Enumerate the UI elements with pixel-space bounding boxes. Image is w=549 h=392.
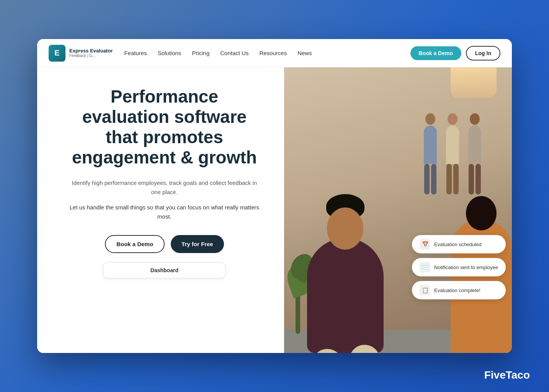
hero-title: Performance evaluation software that pro… [68,87,261,168]
nav-links: Features Solutions Pricing Contact Us Re… [124,50,410,56]
dashboard-pill[interactable]: Dashboard [103,262,225,278]
login-button[interactable]: Log In [466,46,500,60]
man-seated [307,238,384,353]
hero-right: 📅 Evaluation scheduled ✉️ Notification s… [284,67,512,353]
nav-link-solutions[interactable]: Solutions [158,50,181,56]
nav-link-pricing[interactable]: Pricing [192,50,209,56]
hero-left: Performance evaluation software that pro… [37,67,284,353]
fivetaco-label: FiveTaco [484,369,530,381]
notif-card-1: 📅 Evaluation scheduled [412,235,506,253]
email-icon: ✉️ [420,262,430,273]
bg-person-2 [446,113,459,194]
notif-text-1: Evaluation scheduled [434,242,482,247]
nav-actions: Book a Demo Log In [410,46,500,60]
hero-subtitle2: Let us handle the small things so that y… [68,203,261,221]
background-people [424,113,481,194]
book-demo-button-hero[interactable]: Book a Demo [105,235,165,253]
browser-window: E Express Evaluator Feedback | G... Feat… [37,39,512,353]
hero-subtitle1: Identify high performance employees, tra… [68,178,261,197]
notif-text-3: Evaluation complete! [434,287,480,293]
navbar: E Express Evaluator Feedback | G... Feat… [37,39,512,67]
book-demo-button-nav[interactable]: Book a Demo [410,46,461,60]
checklist-icon: 📋 [420,285,430,296]
notif-card-2: ✉️ Notification sent to employee [412,258,506,276]
window-light [451,67,497,98]
try-free-button[interactable]: Try for Free [171,235,224,253]
scene-wrapper: 📅 Evaluation scheduled ✉️ Notification s… [284,67,512,353]
notif-text-2: Notification sent to employee [434,265,498,270]
nav-link-contact[interactable]: Contact Us [220,50,248,56]
brand-name: Express Evaluator [69,48,113,54]
logo-text: Express Evaluator Feedback | G... [69,48,113,59]
logo-area[interactable]: E Express Evaluator Feedback | G... [49,45,113,62]
fivetaco-branding: FiveTaco [484,369,530,381]
brand-sub: Feedback | G... [69,54,113,58]
hero-buttons: Book a Demo Try for Free [68,235,261,253]
nav-link-resources[interactable]: Resources [259,50,287,56]
nav-link-features[interactable]: Features [124,50,147,56]
logo-icon: E [49,45,65,62]
calendar-icon: 📅 [420,239,430,250]
nav-link-news[interactable]: News [297,50,312,56]
main-content: Performance evaluation software that pro… [37,67,512,353]
notif-card-3: 📋 Evaluation complete! [412,281,506,299]
notification-cards: 📅 Evaluation scheduled ✉️ Notification s… [412,235,506,299]
bg-person-3 [468,113,481,194]
bg-person-1 [424,113,437,194]
